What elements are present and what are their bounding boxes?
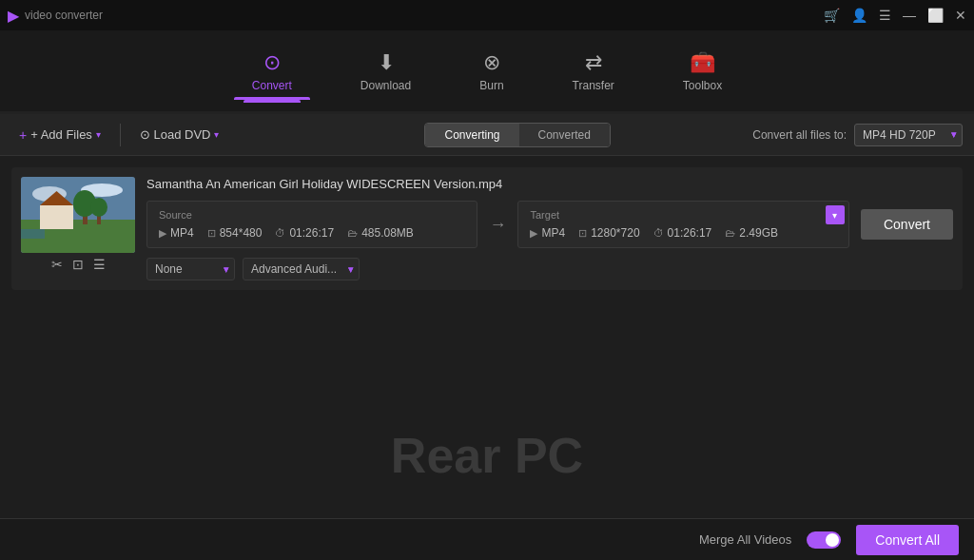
source-box: Source ▶ MP4 ⊡ 854*480 ⏱ 01:26:17 — [146, 201, 477, 248]
navbar: ⊙ Convert ⬇ Download ⊗ Burn ⇄ Transfer 🧰… — [0, 30, 974, 114]
target-duration: ⏱ 01:26:17 — [653, 226, 712, 240]
target-box: Target ▶ MP4 ⊡ 1280*720 ⏱ 01:26:17 — [517, 201, 848, 248]
convert-all-files-label: Convert all files to: — [752, 128, 847, 142]
title-bar-left: ▶ video converter — [8, 7, 103, 25]
source-size-icon: 🗁 — [347, 227, 358, 239]
audio-filter-wrap: Advanced Audi... None ▾ — [243, 258, 360, 280]
main-content: ✂ ⊡ ☰ Samantha An American Girl Holiday … — [0, 156, 974, 518]
file-name: Samantha An American Girl Holiday WIDESC… — [146, 177, 953, 191]
app-icon: ▶ — [8, 7, 19, 25]
source-format: ▶ MP4 — [159, 226, 194, 240]
nav-toolbox-label: Toolbox — [683, 79, 722, 92]
audio-filter-select[interactable]: Advanced Audi... None — [243, 258, 360, 280]
source-details: ▶ MP4 ⊡ 854*480 ⏱ 01:26:17 🗁 — [159, 226, 465, 240]
svg-rect-10 — [21, 229, 45, 239]
source-label: Source — [159, 209, 465, 221]
trim-button[interactable]: ✂ — [51, 257, 63, 272]
convert-nav-icon: ⊙ — [263, 50, 281, 75]
toolbox-nav-icon: 🧰 — [690, 50, 715, 75]
add-files-dropdown-icon[interactable]: ▾ — [96, 129, 101, 140]
target-size-icon: 🗁 — [725, 227, 735, 239]
toolbar-divider-1 — [120, 124, 121, 146]
file-info: Samantha An American Girl Holiday WIDESC… — [146, 177, 953, 280]
nav-transfer-label: Transfer — [573, 79, 614, 92]
merge-all-label: Merge All Videos — [699, 532, 791, 547]
target-format: ▶ MP4 — [530, 226, 565, 240]
source-format-icon: ▶ — [159, 227, 166, 240]
toggle-knob — [826, 533, 839, 547]
maximize-icon[interactable]: ⬜ — [927, 8, 944, 23]
target-duration-icon: ⏱ — [653, 227, 664, 239]
format-select-wrapper: MP4 HD 720P MP4 HD 1080P AVI MKV MOV ▾ — [854, 124, 963, 146]
source-duration-icon: ⏱ — [275, 227, 285, 239]
source-size: 🗁 485.08MB — [347, 226, 414, 240]
add-icon: + — [19, 127, 27, 143]
file-item: ✂ ⊡ ☰ Samantha An American Girl Holiday … — [11, 167, 963, 290]
app-title: video converter — [25, 9, 103, 22]
target-format-dropdown-button[interactable]: ▾ — [826, 205, 845, 224]
crop-button[interactable]: ⊡ — [72, 257, 84, 272]
video-filter-wrap: None Deinterlace Denoise ▾ — [146, 258, 235, 280]
convert-all-button[interactable]: Convert All — [856, 525, 959, 555]
thumbnail — [21, 177, 135, 253]
format-select[interactable]: MP4 HD 720P MP4 HD 1080P AVI MKV MOV — [854, 124, 963, 146]
target-details: ▶ MP4 ⊡ 1280*720 ⏱ 01:26:17 🗁 — [530, 226, 836, 240]
download-nav-icon: ⬇ — [378, 50, 395, 75]
user-icon[interactable]: 👤 — [851, 8, 867, 23]
bottom-bar: Merge All Videos Convert All — [0, 518, 974, 560]
nav-burn[interactable]: ⊗ Burn — [464, 43, 518, 100]
effects-button[interactable]: ☰ — [93, 257, 106, 272]
convert-button[interactable]: Convert — [861, 209, 953, 240]
cart-icon[interactable]: 🛒 — [824, 8, 840, 23]
tab-converting[interactable]: Converting — [425, 124, 518, 146]
video-filter-select[interactable]: None Deinterlace Denoise — [146, 258, 235, 280]
nav-convert[interactable]: ⊙ Convert — [237, 43, 307, 100]
svg-point-9 — [90, 198, 107, 217]
source-duration: ⏱ 01:26:17 — [275, 226, 334, 240]
title-bar: ▶ video converter 🛒 👤 ☰ — ⬜ ✕ — [0, 0, 974, 30]
thumb-controls: ✂ ⊡ ☰ — [21, 257, 135, 272]
filter-row: None Deinterlace Denoise ▾ Advanced Audi… — [146, 258, 953, 280]
nav-burn-label: Burn — [479, 79, 503, 92]
source-target-row: Source ▶ MP4 ⊡ 854*480 ⏱ 01:26:17 — [146, 201, 953, 248]
close-icon[interactable]: ✕ — [955, 8, 966, 23]
add-files-button[interactable]: + + Add Files ▾ — [11, 124, 108, 146]
transfer-nav-icon: ⇄ — [585, 50, 602, 75]
load-dvd-button[interactable]: ⊙ Load DVD ▾ — [132, 124, 227, 145]
toolbar: + + Add Files ▾ ⊙ Load DVD ▾ Converting … — [0, 114, 974, 156]
minimize-icon[interactable]: — — [903, 8, 916, 23]
nav-toolbox[interactable]: 🧰 Toolbox — [668, 43, 737, 100]
target-format-icon: ▶ — [530, 227, 537, 240]
svg-rect-4 — [40, 205, 73, 229]
thumbnail-container: ✂ ⊡ ☰ — [21, 177, 135, 272]
load-dvd-label: ⊙ Load DVD — [140, 127, 211, 142]
target-size: 🗁 2.49GB — [725, 226, 778, 240]
tab-group: Converting Converted — [424, 123, 610, 147]
nav-download[interactable]: ⬇ Download — [345, 43, 426, 100]
source-to-target-arrow: → — [489, 215, 506, 235]
merge-toggle[interactable] — [807, 531, 841, 549]
target-label: Target — [530, 209, 836, 221]
source-resolution: ⊡ 854*480 — [207, 226, 263, 240]
load-dvd-dropdown-icon[interactable]: ▾ — [214, 129, 219, 140]
burn-nav-icon: ⊗ — [483, 50, 500, 75]
tab-converted[interactable]: Converted — [519, 124, 610, 146]
target-resolution-icon: ⊡ — [578, 227, 587, 240]
menu-icon[interactable]: ☰ — [879, 8, 891, 23]
nav-download-label: Download — [360, 79, 411, 92]
add-files-label: + Add Files — [30, 127, 92, 142]
nav-convert-label: Convert — [252, 79, 292, 92]
source-resolution-icon: ⊡ — [207, 227, 216, 240]
target-resolution: ⊡ 1280*720 — [578, 226, 639, 240]
title-bar-right: 🛒 👤 ☰ — ⬜ ✕ — [824, 8, 966, 23]
nav-transfer[interactable]: ⇄ Transfer — [557, 43, 630, 100]
